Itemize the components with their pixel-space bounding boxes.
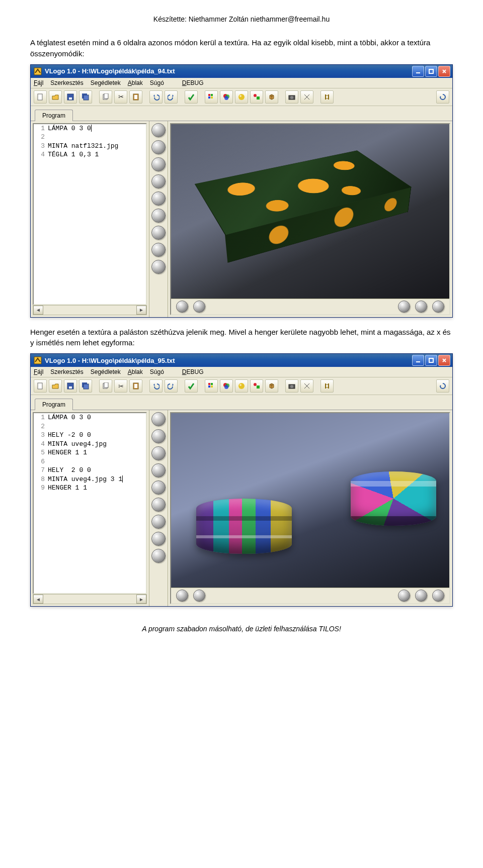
preview-tool-orb[interactable] xyxy=(151,123,166,137)
tab-program[interactable]: Program xyxy=(35,110,73,121)
menu-debug[interactable]: DEBUG xyxy=(182,368,204,375)
menu-file[interactable]: Fájl xyxy=(34,79,43,86)
preview-control-orb[interactable] xyxy=(176,590,188,602)
redo-icon[interactable] xyxy=(165,379,178,393)
title-bar[interactable]: VLogo 1.0 - H:\WLogo\példák\példa_94.txt xyxy=(31,65,452,78)
redo-icon[interactable] xyxy=(165,90,178,104)
menu-help[interactable]: Súgó xyxy=(150,79,164,86)
primitives-icon[interactable] xyxy=(250,90,263,104)
sphere-icon[interactable] xyxy=(235,379,248,393)
menu-file[interactable]: Fájl xyxy=(34,368,43,375)
mirror-icon[interactable] xyxy=(320,90,334,104)
hscrollbar[interactable]: ◄ ► xyxy=(33,305,147,315)
menu-bar[interactable]: Fájl Szerkesztés Segédletek Ablak Súgó D… xyxy=(31,367,452,377)
preview-control-orb[interactable] xyxy=(193,301,205,313)
preview-tool-orb[interactable] xyxy=(151,191,166,206)
preview-control-orb[interactable] xyxy=(432,301,444,313)
preview-tool-orb[interactable] xyxy=(151,549,166,563)
axes-icon[interactable] xyxy=(300,90,313,104)
preview-tool-orb[interactable] xyxy=(151,412,166,426)
menu-edit[interactable]: Szerkesztés xyxy=(50,79,83,86)
title-bar[interactable]: VLogo 1.0 - H:\WLogo\példák\példa_95.txt xyxy=(31,354,452,367)
maximize-button[interactable] xyxy=(425,355,437,366)
hscrollbar[interactable]: ◄ ► xyxy=(33,594,147,604)
check-icon[interactable] xyxy=(185,90,198,104)
preview-viewport[interactable] xyxy=(170,123,450,315)
menu-edit[interactable]: Szerkesztés xyxy=(50,368,83,375)
preview-tool-orb[interactable] xyxy=(151,515,166,529)
menu-window[interactable]: Ablak xyxy=(128,368,143,375)
open-icon[interactable] xyxy=(49,90,62,104)
save-icon[interactable] xyxy=(64,90,77,104)
preview-control-orb[interactable] xyxy=(398,590,410,602)
preview-tool-orb[interactable] xyxy=(151,429,166,443)
palette-icon[interactable] xyxy=(205,90,218,104)
check-icon[interactable] xyxy=(185,379,198,393)
scroll-left-icon[interactable]: ◄ xyxy=(33,306,43,315)
close-button[interactable] xyxy=(438,355,450,366)
cycle-icon[interactable] xyxy=(436,90,449,104)
undo-icon[interactable] xyxy=(149,379,163,393)
camera-icon[interactable] xyxy=(285,90,298,104)
sphere-icon[interactable] xyxy=(235,90,248,104)
preview-tool-orb[interactable] xyxy=(151,174,166,188)
save-all-icon[interactable] xyxy=(79,379,92,393)
close-button[interactable] xyxy=(438,66,450,77)
save-icon[interactable] xyxy=(64,379,77,393)
paste-icon[interactable] xyxy=(129,379,142,393)
tab-program[interactable]: Program xyxy=(35,399,73,410)
preview-control-orb[interactable] xyxy=(415,590,427,602)
cycle-icon[interactable] xyxy=(436,379,449,393)
preview-tool-orb[interactable] xyxy=(151,480,166,495)
palette-icon[interactable] xyxy=(205,379,218,393)
mirror-icon[interactable] xyxy=(320,379,334,393)
scroll-right-icon[interactable]: ► xyxy=(136,595,146,604)
preview-tool-orb[interactable] xyxy=(151,157,166,171)
preview-control-orb[interactable] xyxy=(432,590,444,602)
preview-control-orb[interactable] xyxy=(415,301,427,313)
menu-bar[interactable]: Fájl Szerkesztés Segédletek Ablak Súgó D… xyxy=(31,78,452,88)
undo-icon[interactable] xyxy=(149,90,163,104)
camera-icon[interactable] xyxy=(285,379,298,393)
cube-icon[interactable] xyxy=(265,90,278,104)
preview-control-orb[interactable] xyxy=(193,590,205,602)
preview-tool-orb[interactable] xyxy=(151,140,166,154)
primitives-icon[interactable] xyxy=(250,379,263,393)
copy-icon[interactable] xyxy=(99,379,112,393)
axes-icon[interactable] xyxy=(300,379,313,393)
cut-icon[interactable]: ✂ xyxy=(114,379,127,393)
code-editor[interactable]: 1LÁMPA 0 3 023MINTA natfl321.jpg4TÉGLA 1… xyxy=(33,123,147,305)
cube-icon[interactable] xyxy=(265,379,278,393)
preview-viewport[interactable] xyxy=(170,412,450,604)
menu-tools[interactable]: Segédletek xyxy=(91,368,121,375)
copy-icon[interactable] xyxy=(99,90,112,104)
preview-tool-orb[interactable] xyxy=(151,498,166,512)
preview-tool-orb[interactable] xyxy=(151,463,166,477)
preview-tool-orb[interactable] xyxy=(151,243,166,257)
new-icon[interactable] xyxy=(34,379,47,393)
scroll-left-icon[interactable]: ◄ xyxy=(33,595,43,604)
scroll-right-icon[interactable]: ► xyxy=(136,306,146,315)
colors-icon[interactable] xyxy=(220,379,233,393)
preview-tool-orb[interactable] xyxy=(151,532,166,546)
preview-tool-orb[interactable] xyxy=(151,260,166,274)
paste-icon[interactable] xyxy=(129,90,142,104)
preview-tool-orb[interactable] xyxy=(151,226,166,240)
cut-icon[interactable]: ✂ xyxy=(114,90,127,104)
save-all-icon[interactable] xyxy=(79,90,92,104)
preview-tool-orb[interactable] xyxy=(151,446,166,460)
colors-icon[interactable] xyxy=(220,90,233,104)
menu-debug[interactable]: DEBUG xyxy=(182,79,204,86)
menu-window[interactable]: Ablak xyxy=(128,79,143,86)
minimize-button[interactable] xyxy=(412,355,424,366)
open-icon[interactable] xyxy=(49,379,62,393)
code-editor[interactable]: 1LÁMPA 0 3 023HELY -2 0 04MINTA uveg4.jp… xyxy=(33,412,147,594)
preview-control-orb[interactable] xyxy=(398,301,410,313)
menu-help[interactable]: Súgó xyxy=(150,368,164,375)
preview-control-orb[interactable] xyxy=(176,301,188,313)
new-icon[interactable] xyxy=(34,90,47,104)
menu-tools[interactable]: Segédletek xyxy=(91,79,121,86)
minimize-button[interactable] xyxy=(412,66,424,77)
maximize-button[interactable] xyxy=(425,66,437,77)
preview-tool-orb[interactable] xyxy=(151,209,166,223)
